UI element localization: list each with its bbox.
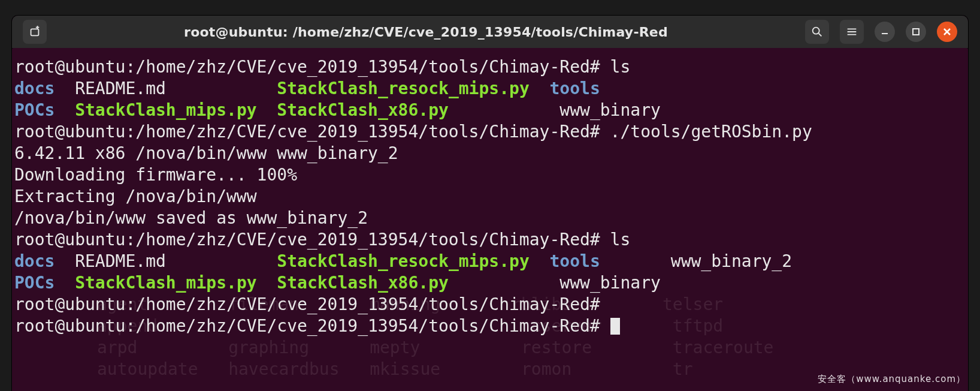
terminal-line: root@ubuntu:/home/zhz/CVE/cve_2019_13954… <box>14 229 955 251</box>
svg-rect-0 <box>31 29 39 35</box>
dir-entry: tools <box>549 79 600 98</box>
terminal-line: 6.42.11 x86 /nova/bin/www www_binary_2 <box>14 143 955 164</box>
file-entry: www_binary_2 <box>671 251 792 271</box>
terminal-line: POCs StackClash_mips.py StackClash_x86.p… <box>14 100 955 121</box>
file-entry: README.md <box>75 251 166 271</box>
search-button[interactable] <box>805 20 829 44</box>
exec-entry: StackClash_resock_mips.py <box>277 251 529 271</box>
terminal-window: root@ubuntu: /home/zhz/CVE/cve_2019_1395… <box>12 16 968 391</box>
exec-entry: StackClash_mips.py <box>75 273 256 293</box>
svg-point-3 <box>813 28 819 34</box>
terminal-line: docs README.md StackClash_resock_mips.py… <box>14 78 955 100</box>
prompt: root@ubuntu:/home/zhz/CVE/cve_2019_13954… <box>14 230 610 249</box>
output-text: /nova/bin/www saved as www_binary_2 <box>14 208 368 228</box>
terminal-line: Extracting /nova/bin/www <box>14 186 955 207</box>
titlebar: root@ubuntu: /home/zhz/CVE/cve_2019_1395… <box>12 16 968 49</box>
command-text: ./tools/getROSbin.py <box>610 122 822 142</box>
command-text: ls <box>610 57 631 77</box>
terminal-line: Downloading firmware... 100% <box>14 164 955 186</box>
terminal-line: /nova/bin/www saved as www_binary_2 <box>14 207 955 229</box>
prompt: root@ubuntu:/home/zhz/CVE/cve_2019_13954… <box>14 57 610 77</box>
dir-entry: POCs <box>14 100 55 120</box>
terminal-line: root@ubuntu:/home/zhz/CVE/cve_2019_13954… <box>14 56 955 78</box>
svg-line-4 <box>819 34 822 37</box>
exec-entry: StackClash_x86.py <box>277 273 449 293</box>
command-text: 6.42.11 x86 /nova/bin/www www_binary_2 <box>14 143 398 163</box>
file-entry: www_binary <box>559 273 661 293</box>
exec-entry: StackClash_x86.py <box>277 100 449 120</box>
background-ghost-text: agent fileman manning rblibs telser appe… <box>97 294 773 380</box>
dir-entry: POCs <box>14 273 55 293</box>
output-text: Extracting /nova/bin/www <box>14 187 257 206</box>
file-entry: www_binary <box>559 100 661 120</box>
terminal-line: docs README.md StackClash_resock_mips.py… <box>14 251 955 272</box>
prompt: root@ubuntu:/home/zhz/CVE/cve_2019_13954… <box>14 122 610 142</box>
dir-entry: tools <box>549 251 600 271</box>
watermark: 安全客（www.anquanke.com） <box>818 374 966 385</box>
minimize-button[interactable] <box>875 22 895 42</box>
dir-entry: docs <box>14 79 55 98</box>
menu-button[interactable] <box>840 20 864 44</box>
window-title: root@ubuntu: /home/zhz/CVE/cve_2019_1395… <box>47 25 805 40</box>
maximize-button[interactable] <box>906 22 926 42</box>
file-entry: README.md <box>75 79 166 98</box>
command-text: ls <box>610 230 631 249</box>
exec-entry: StackClash_mips.py <box>75 100 256 120</box>
exec-entry: StackClash_resock_mips.py <box>277 79 529 98</box>
terminal-line: root@ubuntu:/home/zhz/CVE/cve_2019_13954… <box>14 121 955 143</box>
terminal-body[interactable]: agent fileman manning rblibs telser appe… <box>13 48 967 391</box>
svg-rect-9 <box>913 29 919 35</box>
new-tab-button[interactable] <box>23 20 47 44</box>
terminal-line: POCs StackClash_mips.py StackClash_x86.p… <box>14 272 955 294</box>
close-button[interactable] <box>937 22 957 42</box>
dir-entry: docs <box>14 251 55 271</box>
output-text: Downloading firmware... 100% <box>14 165 297 185</box>
